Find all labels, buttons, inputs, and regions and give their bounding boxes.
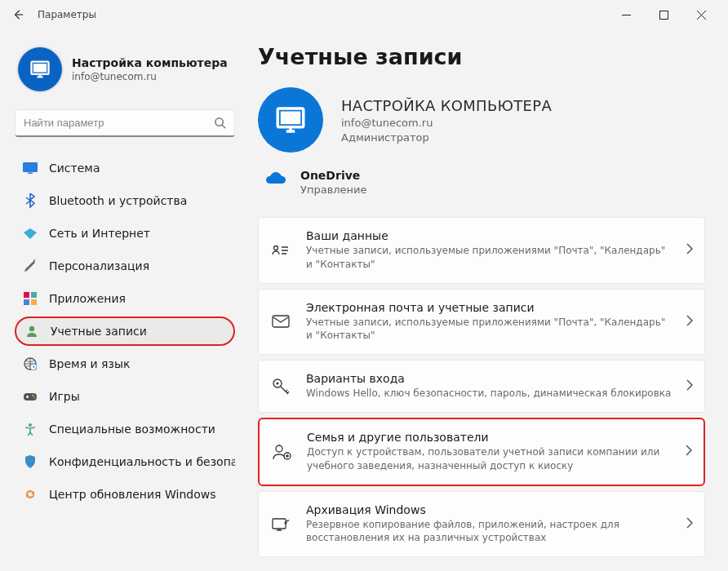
sidebar-item-update[interactable]: Центр обновления Windows bbox=[15, 480, 235, 509]
onedrive-info: OneDrive Управление bbox=[300, 169, 367, 196]
sidebar-item-label: Приложения bbox=[49, 292, 126, 305]
sidebar-item-label: Игры bbox=[49, 390, 80, 403]
card-title: Электронная почта и учетные записи bbox=[306, 301, 672, 314]
sidebar-item-network[interactable]: Сеть и Интернет bbox=[15, 219, 235, 248]
svg-point-17 bbox=[29, 423, 32, 427]
settings-card-email-accounts[interactable]: Электронная почта и учетные записиУчетны… bbox=[258, 289, 705, 356]
key-icon bbox=[270, 376, 291, 397]
search-input[interactable] bbox=[24, 117, 214, 129]
apps-grid-icon bbox=[23, 291, 38, 306]
onedrive-section[interactable]: OneDrive Управление bbox=[264, 169, 705, 196]
svg-rect-10 bbox=[31, 299, 37, 305]
update-icon bbox=[23, 487, 38, 502]
onedrive-sub: Управление bbox=[300, 184, 367, 196]
sidebar-item-personalization[interactable]: Персонализация bbox=[15, 251, 235, 281]
card-sub: Учетные записи, используемые приложениям… bbox=[306, 316, 672, 343]
svg-rect-0 bbox=[659, 11, 668, 19]
nav-list: СистемаBluetooth и устройстваСеть и Инте… bbox=[15, 153, 235, 509]
page-title: Учетные записи bbox=[258, 44, 705, 69]
content: Настройка компьютера info@tunecom.ru Сис… bbox=[0, 29, 728, 571]
sidebar-item-bluetooth[interactable]: Bluetooth и устройства bbox=[15, 186, 235, 215]
close-button[interactable] bbox=[682, 2, 720, 28]
profile-info: Настройка компьютера info@tunecom.ru bbox=[72, 56, 228, 82]
card-title: Варианты входа bbox=[306, 372, 672, 385]
window-title: Параметры bbox=[38, 9, 96, 20]
monitor-icon bbox=[273, 103, 308, 137]
profile-block[interactable]: Настройка компьютера info@tunecom.ru bbox=[18, 47, 235, 91]
account-header: НАСТРОЙКА КОМПЬЮТЕРА info@tunecom.ru Адм… bbox=[258, 87, 705, 153]
settings-card-signin-options[interactable]: Варианты входаWindows Hello, ключ безопа… bbox=[258, 360, 705, 413]
svg-point-3 bbox=[215, 118, 223, 126]
svg-point-24 bbox=[276, 445, 282, 452]
family-icon bbox=[271, 441, 292, 463]
account-email: info@tunecom.ru bbox=[341, 117, 552, 129]
svg-rect-5 bbox=[28, 173, 33, 175]
card-body: Ваши данныеУчетные записи, используемые … bbox=[306, 229, 672, 272]
cards-list: Ваши данныеУчетные записи, используемые … bbox=[258, 217, 705, 557]
sidebar-item-time[interactable]: Время и язык bbox=[15, 349, 235, 378]
chevron-right-icon bbox=[686, 314, 693, 330]
sidebar: Настройка компьютера info@tunecom.ru Сис… bbox=[0, 29, 242, 571]
sidebar-item-accounts[interactable]: Учетные записи bbox=[15, 316, 235, 346]
card-body: Архивация WindowsРезервное копирование ф… bbox=[306, 503, 672, 546]
sidebar-item-gaming[interactable]: Игры bbox=[15, 382, 235, 411]
back-button[interactable] bbox=[8, 5, 28, 24]
settings-window: Параметры Настройка компьютера info@tune… bbox=[0, 0, 728, 571]
svg-rect-7 bbox=[24, 292, 29, 298]
svg-rect-8 bbox=[31, 292, 37, 298]
sidebar-item-accessibility[interactable]: Специальные возможности bbox=[15, 414, 235, 444]
accessibility-icon bbox=[23, 422, 38, 436]
monitor-icon bbox=[29, 58, 51, 81]
avatar bbox=[18, 47, 62, 91]
envelope-icon bbox=[270, 311, 291, 332]
sidebar-item-system[interactable]: Система bbox=[15, 153, 235, 183]
sidebar-item-label: Центр обновления Windows bbox=[49, 488, 215, 501]
main-panel: Учетные записи НАСТРОЙКА КОМПЬЮТЕРА info… bbox=[242, 29, 728, 571]
svg-rect-26 bbox=[273, 519, 286, 529]
search-box[interactable] bbox=[15, 109, 235, 137]
card-title: Ваши данные bbox=[306, 229, 672, 242]
card-title: Архивация Windows bbox=[306, 503, 672, 516]
sidebar-item-privacy[interactable]: Конфиденциальность и безопас bbox=[15, 447, 235, 476]
card-sub: Доступ к устройствам, пользователи учетн… bbox=[307, 445, 671, 473]
maximize-button[interactable] bbox=[645, 2, 682, 28]
svg-rect-2 bbox=[33, 64, 47, 73]
sidebar-item-apps[interactable]: Приложения bbox=[15, 284, 235, 313]
sidebar-item-label: Специальные возможности bbox=[49, 423, 215, 436]
wifi-diamond-icon bbox=[23, 226, 38, 241]
titlebar: Параметры bbox=[0, 0, 728, 29]
svg-point-23 bbox=[277, 382, 279, 384]
person-icon bbox=[24, 324, 39, 339]
svg-point-20 bbox=[274, 246, 278, 250]
svg-rect-19 bbox=[281, 112, 301, 125]
card-body: Варианты входаWindows Hello, ключ безопа… bbox=[306, 372, 672, 401]
card-title: Семья и другие пользователи bbox=[307, 431, 671, 444]
account-info: НАСТРОЙКА КОМПЬЮТЕРА info@tunecom.ru Адм… bbox=[341, 97, 552, 144]
globe-clock-icon bbox=[23, 356, 38, 371]
svg-rect-9 bbox=[24, 299, 29, 305]
sidebar-item-label: Сеть и Интернет bbox=[49, 227, 150, 240]
brush-icon bbox=[23, 259, 38, 273]
card-body: Семья и другие пользователиДоступ к устр… bbox=[307, 431, 671, 473]
window-controls bbox=[607, 2, 720, 28]
account-name: НАСТРОЙКА КОМПЬЮТЕРА bbox=[341, 97, 552, 114]
chevron-right-icon bbox=[686, 378, 693, 394]
maximize-icon bbox=[659, 11, 668, 20]
minimize-icon bbox=[622, 11, 631, 20]
shield-icon bbox=[23, 454, 38, 469]
sidebar-item-label: Bluetooth и устройства bbox=[49, 194, 187, 207]
close-icon bbox=[697, 11, 706, 20]
settings-card-your-info[interactable]: Ваши данныеУчетные записи, используемые … bbox=[258, 217, 705, 284]
settings-card-backup[interactable]: Архивация WindowsРезервное копирование ф… bbox=[258, 491, 705, 558]
minimize-button[interactable] bbox=[607, 2, 645, 28]
account-role: Администратор bbox=[341, 131, 552, 144]
profile-email: info@tunecom.ru bbox=[72, 71, 228, 82]
sidebar-item-label: Персонализация bbox=[49, 259, 149, 272]
card-sub: Windows Hello, ключ безопасности, пароль… bbox=[306, 387, 672, 401]
chevron-right-icon bbox=[686, 516, 693, 532]
svg-point-16 bbox=[33, 396, 35, 398]
settings-card-family[interactable]: Семья и другие пользователиДоступ к устр… bbox=[258, 418, 705, 486]
svg-rect-6 bbox=[33, 259, 35, 262]
svg-rect-4 bbox=[23, 162, 38, 172]
bluetooth-icon bbox=[23, 193, 38, 208]
